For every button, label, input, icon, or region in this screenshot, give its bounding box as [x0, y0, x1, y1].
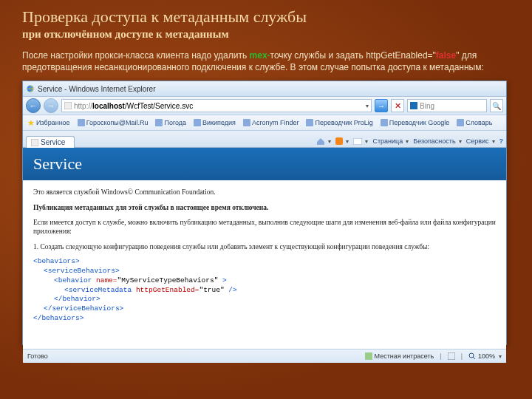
- nav-bar: ← → http://localhost/WcfTest/Service.svc…: [23, 97, 506, 115]
- address-bar[interactable]: http://localhost/WcfTest/Service.svc ▾: [61, 99, 372, 112]
- zoom-icon: [468, 352, 476, 360]
- search-button[interactable]: 🔍: [490, 99, 503, 112]
- zoom-control[interactable]: 100% ▾: [468, 352, 502, 360]
- star-icon: ★: [27, 118, 35, 128]
- bookmark-link[interactable]: Acronym Finder: [243, 119, 299, 126]
- tab-service[interactable]: Service: [26, 136, 75, 148]
- svg-rect-1: [64, 102, 72, 109]
- page-menu[interactable]: Страница▾: [372, 137, 409, 145]
- bookmark-link[interactable]: Погода: [155, 119, 186, 126]
- slide-subtitle: при отключённом доступе к метаданным: [22, 28, 510, 41]
- home-icon: [316, 137, 325, 145]
- svg-line-9: [473, 357, 475, 359]
- protected-mode-icon: [448, 352, 455, 360]
- metadata-disabled-msg: Публикация метаданных для этой службы в …: [33, 203, 496, 212]
- svg-rect-7: [448, 352, 455, 360]
- false-highlight: false: [436, 50, 456, 61]
- svg-rect-5: [353, 138, 362, 145]
- tab-strip: Service ▾ ▾ ▾ Страница▾ Безопасность▾ Се…: [23, 131, 506, 148]
- rss-button[interactable]: ▾: [335, 137, 349, 145]
- service-banner: Service: [23, 148, 506, 180]
- bookmark-icon: [243, 119, 250, 126]
- search-box[interactable]: Bing: [407, 99, 487, 112]
- rss-icon: [335, 137, 343, 145]
- wcf-description: Это является службой Windows© Communicat…: [33, 188, 496, 197]
- ie-icon: [26, 84, 35, 93]
- security-menu[interactable]: Безопасность▾: [413, 137, 461, 145]
- tab-icon: [31, 139, 38, 146]
- status-bar: Готово Местная интрасеть | | 100% ▾: [23, 349, 506, 363]
- mail-icon: [353, 138, 362, 145]
- svg-rect-4: [335, 137, 343, 145]
- bookmark-link[interactable]: Словарь: [457, 119, 492, 126]
- back-button[interactable]: ←: [26, 98, 41, 113]
- svg-rect-2: [410, 102, 417, 109]
- bookmark-icon: [381, 119, 388, 126]
- bookmark-icon: [78, 119, 85, 126]
- mex-highlight: mex-: [250, 50, 270, 61]
- home-button[interactable]: ▾: [316, 137, 331, 145]
- mail-button[interactable]: ▾: [353, 138, 368, 145]
- forward-button[interactable]: →: [44, 98, 58, 113]
- status-ready: Готово: [27, 352, 48, 360]
- svg-rect-3: [31, 139, 38, 146]
- svg-rect-6: [365, 352, 372, 360]
- help-button[interactable]: ?: [499, 137, 504, 145]
- window-title: Service - Windows Internet Explorer: [38, 85, 503, 93]
- code-block: <behaviors> <serviceBehaviors> <behavior…: [33, 257, 496, 324]
- instructions: Если имеется доступ к службе, можно вклю…: [33, 218, 496, 236]
- zone-indicator: Местная интрасеть: [365, 352, 434, 360]
- intranet-icon: [365, 352, 372, 360]
- step-1: 1. Создать следующую конфигурацию поведе…: [33, 242, 496, 251]
- go-button[interactable]: →: [375, 99, 388, 112]
- stop-button[interactable]: ✕: [391, 99, 404, 112]
- bookmark-icon: [155, 119, 163, 126]
- tools-menu[interactable]: Сервис▾: [466, 137, 495, 145]
- slide-title: Проверка доступа к метаданным службы: [22, 7, 510, 27]
- bing-icon: [410, 102, 417, 109]
- browser-window: Service - Windows Internet Explorer ← → …: [22, 81, 507, 345]
- bookmark-link[interactable]: Переводчик ProLig: [306, 119, 372, 126]
- bookmark-icon: [306, 119, 313, 126]
- favorites-button[interactable]: ★Избранное: [27, 118, 70, 128]
- bookmark-link[interactable]: Переводчик Google: [381, 119, 449, 126]
- titlebar: Service - Windows Internet Explorer: [23, 81, 506, 97]
- page-icon: [64, 102, 72, 109]
- service-heading: Service: [33, 154, 82, 174]
- bookmark-icon: [457, 119, 464, 126]
- bookmark-link[interactable]: Википедия: [194, 119, 236, 126]
- bookmark-icon: [194, 119, 201, 126]
- intro-paragraph: После настройки прокси-класса клиента на…: [22, 50, 510, 73]
- bookmark-link[interactable]: Гороскопы@Mail.Ru: [78, 119, 149, 126]
- bookmarks-bar: ★Избранное Гороскопы@Mail.Ru Погода Вики…: [23, 115, 506, 131]
- page-content: Это является службой Windows© Communicat…: [23, 180, 506, 349]
